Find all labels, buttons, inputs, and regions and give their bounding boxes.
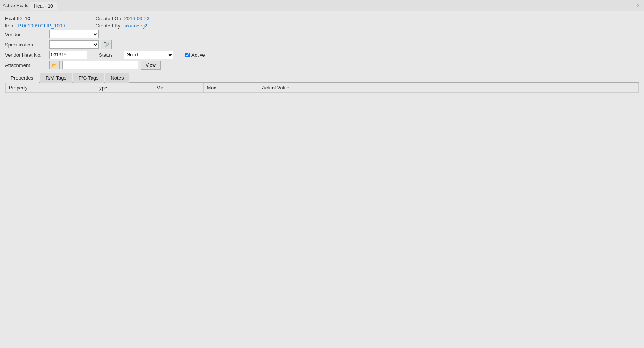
heat-id-value: 10 bbox=[25, 15, 30, 21]
left-info-col: Heat ID 10 Item P 001009 CLIP_1009 bbox=[5, 15, 65, 29]
status-label: Status bbox=[99, 52, 122, 58]
vendor-heat-no-group: Vendor Heat No. bbox=[5, 51, 87, 59]
created-on-row: Created On 2016-03-23 bbox=[95, 15, 149, 21]
attachment-input[interactable] bbox=[62, 61, 138, 69]
heat-id-row: Heat ID 10 bbox=[5, 15, 65, 21]
tab-fg-tags-label: F/G Tags bbox=[79, 75, 99, 81]
item-label: Item bbox=[5, 22, 14, 29]
vendor-select[interactable] bbox=[49, 30, 99, 38]
col-max: Max bbox=[204, 83, 259, 93]
vendor-heat-no-label: Vendor Heat No. bbox=[5, 52, 47, 58]
specification-label: Specification bbox=[5, 42, 47, 48]
created-by-value[interactable]: scannersj2 bbox=[123, 22, 147, 29]
active-label: Active bbox=[191, 52, 205, 58]
info-top-section: Heat ID 10 Item P 001009 CLIP_1009 Creat… bbox=[5, 15, 639, 29]
vendor-heat-no-input[interactable] bbox=[49, 51, 87, 59]
attachment-label: Attachment bbox=[5, 62, 47, 68]
col-type: Type bbox=[93, 83, 153, 93]
properties-table-container: Property Type Min Max Actual Value bbox=[5, 83, 639, 93]
folder-icon: 📂 bbox=[51, 62, 58, 68]
window-tab[interactable]: Heat - 10 bbox=[30, 2, 57, 10]
right-info-col: Created On 2016-03-23 Created By scanner… bbox=[95, 15, 149, 29]
properties-table: Property Type Min Max Actual Value bbox=[5, 83, 639, 93]
attachment-icon-button[interactable]: 📂 bbox=[49, 61, 60, 69]
tab-properties-label: Properties bbox=[11, 75, 33, 81]
col-property: Property bbox=[6, 83, 93, 93]
status-group: Status Good Bad Pending bbox=[99, 51, 173, 59]
specification-row: Specification 🔭 bbox=[5, 40, 639, 49]
binoculars-icon: 🔭 bbox=[103, 42, 110, 48]
col-actual-value: Actual Value bbox=[259, 83, 639, 93]
col-min: Min bbox=[153, 83, 204, 93]
created-on-value[interactable]: 2016-03-23 bbox=[124, 15, 150, 21]
vendor-row: Vendor bbox=[5, 30, 639, 38]
created-on-label: Created On bbox=[95, 15, 121, 21]
view-button[interactable]: View bbox=[141, 61, 161, 70]
main-content: Heat ID 10 Item P 001009 CLIP_1009 Creat… bbox=[0, 11, 644, 348]
tab-notes-label: Notes bbox=[111, 75, 124, 81]
tab-rm-tags[interactable]: R/M Tags bbox=[40, 73, 72, 83]
title-bar: Active Heats Heat - 10 × bbox=[0, 0, 644, 11]
app-title: Active Heats bbox=[3, 3, 28, 8]
main-window: Active Heats Heat - 10 × Heat ID 10 Item… bbox=[0, 0, 644, 348]
vendor-label: Vendor bbox=[5, 32, 47, 37]
window-tab-label: Heat - 10 bbox=[34, 3, 53, 9]
status-select[interactable]: Good Bad Pending bbox=[124, 51, 173, 59]
table-header-row: Property Type Min Max Actual Value bbox=[6, 83, 639, 93]
close-button[interactable]: × bbox=[635, 3, 641, 9]
active-group: Active bbox=[185, 52, 205, 58]
item-row: Item P 001009 CLIP_1009 bbox=[5, 22, 65, 29]
tab-rm-tags-label: R/M Tags bbox=[45, 75, 66, 81]
specification-select[interactable] bbox=[49, 40, 99, 49]
created-by-label: Created By bbox=[95, 22, 120, 29]
item-value[interactable]: P 001009 CLIP_1009 bbox=[18, 22, 65, 29]
created-by-row: Created By scannersj2 bbox=[95, 22, 149, 29]
attachment-row: Attachment 📂 View bbox=[5, 61, 639, 70]
tabs-row: Properties R/M Tags F/G Tags Notes bbox=[5, 73, 639, 83]
tab-properties[interactable]: Properties bbox=[5, 73, 39, 83]
heat-id-label: Heat ID bbox=[5, 15, 22, 21]
binoculars-button[interactable]: 🔭 bbox=[101, 40, 112, 49]
tab-fg-tags[interactable]: F/G Tags bbox=[73, 73, 104, 83]
vendor-heat-status-row: Vendor Heat No. Status Good Bad Pending … bbox=[5, 51, 639, 59]
tab-notes[interactable]: Notes bbox=[105, 73, 129, 83]
active-checkbox[interactable] bbox=[185, 53, 190, 57]
